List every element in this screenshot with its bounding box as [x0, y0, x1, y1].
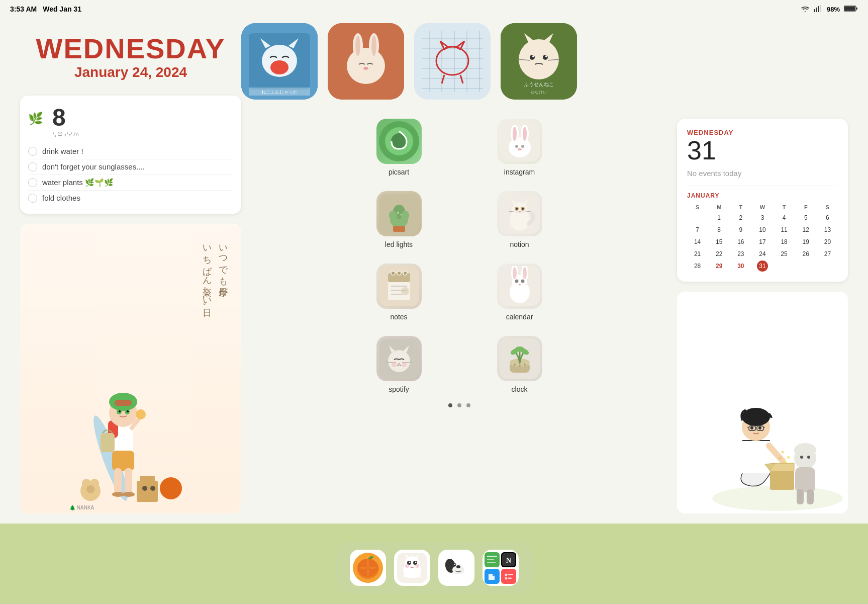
- led-lights-icon[interactable]: [376, 191, 422, 236]
- page-dot-2[interactable]: [457, 403, 461, 407]
- notion-icon[interactable]: [497, 191, 542, 236]
- cal-day-28[interactable]: 28: [692, 261, 703, 272]
- dow-w: W: [752, 203, 773, 211]
- cal-day-10[interactable]: 10: [757, 224, 768, 235]
- cal-day-header: WEDNESDAY: [687, 129, 838, 136]
- svg-point-184: [409, 562, 410, 563]
- cal-day-31[interactable]: 31: [757, 261, 768, 272]
- cal-day-26[interactable]: 26: [800, 248, 811, 260]
- checkbox-4[interactable]: [28, 194, 37, 203]
- cal-day-22[interactable]: 22: [714, 248, 725, 260]
- app-notion[interactable]: notion: [474, 191, 565, 248]
- svg-point-126: [513, 267, 517, 279]
- app-clock[interactable]: clock: [474, 336, 565, 393]
- cal-day-7[interactable]: 7: [692, 224, 703, 235]
- notes-icon[interactable]: [376, 264, 422, 309]
- cal-day-3[interactable]: 3: [757, 212, 768, 223]
- cal-day-17[interactable]: 17: [757, 236, 768, 247]
- svg-rect-55: [114, 468, 122, 493]
- cal-day-2[interactable]: 2: [735, 212, 746, 223]
- todo-list: drink water ! don't forget your sunglass…: [28, 144, 233, 206]
- todo-count-section: 8 *｡◎ ₁*₂*ﾉﾊ: [52, 104, 79, 138]
- cal-day-27[interactable]: 27: [822, 248, 833, 260]
- calendar-event-widget: WEDNESDAY 31 No events today JANUARY S M…: [677, 119, 848, 282]
- cal-day-4[interactable]: 4: [779, 212, 790, 223]
- page-dots: [256, 403, 662, 407]
- battery-text: 98%: [827, 6, 840, 13]
- checkbox-3[interactable]: [28, 178, 37, 187]
- app-led-lights[interactable]: led lights: [354, 191, 444, 248]
- cal-day-15[interactable]: 15: [714, 236, 725, 247]
- dow-f: F: [796, 203, 816, 211]
- todo-count: 8: [52, 104, 79, 131]
- svg-rect-2: [818, 6, 819, 12]
- cal-day-14[interactable]: 14: [692, 236, 703, 247]
- cal-day-12[interactable]: 12: [800, 224, 811, 235]
- app-picsart[interactable]: picsart: [354, 119, 444, 176]
- todo-item-3[interactable]: water plants 🌿🌱🌿: [28, 175, 233, 191]
- svg-point-129: [521, 280, 524, 283]
- svg-point-115: [397, 271, 401, 275]
- cal-day-21[interactable]: 21: [692, 248, 703, 260]
- svg-text:N: N: [506, 557, 511, 564]
- cal-day-18[interactable]: 18: [779, 236, 790, 247]
- cal-day-16[interactable]: 16: [735, 236, 746, 247]
- signal-icon: [814, 5, 823, 14]
- svg-point-65: [127, 410, 129, 412]
- cal-day-11[interactable]: 11: [779, 224, 790, 235]
- mini-calendar: JANUARY S M T W T F S 1 2 3 4 5: [687, 186, 838, 272]
- svg-rect-167: [797, 489, 804, 504]
- full-date: January 24, 2024: [20, 64, 241, 80]
- svg-rect-166: [795, 467, 815, 492]
- left-column: WEDNESDAY January 24, 2024 🌿 8 *｡◎ ₁*₂*ﾉ…: [20, 28, 241, 513]
- cal-day-number: 31: [687, 136, 838, 165]
- dock-snoopy-app[interactable]: [438, 550, 474, 586]
- cal-day-13[interactable]: 13: [822, 224, 833, 235]
- instagram-icon[interactable]: [497, 119, 542, 164]
- spotify-icon[interactable]: [376, 336, 422, 381]
- spotify-label: spotify: [389, 385, 409, 393]
- svg-point-130: [519, 284, 521, 286]
- svg-rect-61: [115, 400, 132, 406]
- dock-multi-app[interactable]: N: [483, 550, 519, 586]
- cal-empty-4: [822, 261, 833, 272]
- svg-point-108: [518, 211, 521, 213]
- dock-ghost-app[interactable]: [394, 550, 430, 586]
- cal-empty-2: [779, 261, 790, 272]
- svg-point-86: [513, 127, 517, 141]
- checkbox-1[interactable]: [28, 147, 37, 156]
- cal-day-8[interactable]: 8: [714, 224, 725, 235]
- svg-point-128: [515, 280, 518, 283]
- todo-item-4[interactable]: fold clothes: [28, 191, 233, 206]
- cal-day-23[interactable]: 23: [735, 248, 746, 260]
- checkbox-2[interactable]: [28, 162, 37, 171]
- picsart-icon[interactable]: [376, 119, 422, 164]
- app-notes[interactable]: notes: [354, 264, 444, 321]
- cal-day-9[interactable]: 9: [735, 224, 746, 235]
- page-dot-3[interactable]: [466, 403, 470, 407]
- app-instagram[interactable]: instagram: [474, 119, 565, 176]
- cal-day-25[interactable]: 25: [779, 248, 790, 260]
- page-dot-1[interactable]: [448, 403, 452, 407]
- cal-day-29[interactable]: 29: [714, 261, 725, 272]
- clock-icon[interactable]: [497, 336, 542, 381]
- app-spotify[interactable]: spotify: [354, 336, 444, 393]
- svg-point-97: [397, 212, 399, 214]
- dow-t2: T: [774, 203, 795, 211]
- cal-day-6[interactable]: 6: [822, 212, 833, 223]
- dow-s1: S: [687, 203, 708, 211]
- cal-day-30[interactable]: 30: [735, 261, 746, 272]
- cal-day-5[interactable]: 5: [800, 212, 811, 223]
- todo-item-1[interactable]: drink water !: [28, 144, 233, 159]
- svg-point-205: [505, 577, 507, 579]
- svg-point-57: [112, 492, 124, 497]
- cal-day-24[interactable]: 24: [757, 248, 768, 260]
- cal-day-20[interactable]: 20: [822, 236, 833, 247]
- dock-orange-app[interactable]: [350, 550, 386, 586]
- cal-day-19[interactable]: 19: [800, 236, 811, 247]
- todo-item-2[interactable]: don't forget your sunglasses....: [28, 159, 233, 175]
- app-calendar[interactable]: calendar: [474, 264, 565, 321]
- cal-no-events: No events today: [687, 169, 838, 178]
- cal-day-1[interactable]: 1: [714, 212, 725, 223]
- calendar-icon[interactable]: [497, 264, 542, 309]
